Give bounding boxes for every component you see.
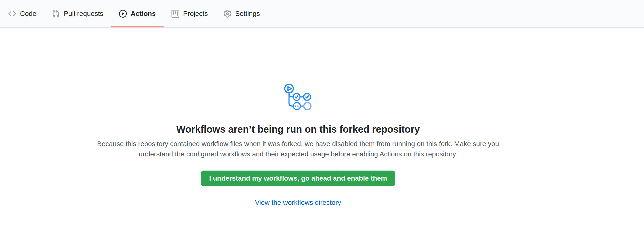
git-pull-request-icon bbox=[52, 10, 60, 18]
actions-blankslate: Workflows aren’t being run on this forke… bbox=[0, 28, 596, 208]
tab-actions[interactable]: Actions bbox=[111, 0, 164, 28]
code-icon bbox=[8, 10, 16, 18]
blankslate-description: Because this repository contained workfl… bbox=[90, 139, 506, 159]
project-icon bbox=[172, 10, 179, 18]
tab-code-label: Code bbox=[20, 10, 36, 17]
workflow-graph-icon bbox=[284, 83, 312, 111]
blankslate-heading: Workflows aren’t being run on this forke… bbox=[176, 123, 420, 135]
play-icon bbox=[119, 10, 127, 18]
tab-pull-requests[interactable]: Pull requests bbox=[44, 0, 111, 28]
tab-code[interactable]: Code bbox=[0, 0, 44, 28]
tab-projects[interactable]: Projects bbox=[164, 0, 216, 28]
tab-actions-label: Actions bbox=[131, 10, 156, 17]
tab-projects-label: Projects bbox=[183, 10, 208, 17]
enable-workflows-button[interactable]: I understand my workflows, go ahead and … bbox=[201, 170, 395, 186]
view-workflows-directory-link[interactable]: View the workflows directory bbox=[255, 197, 341, 208]
tab-pull-requests-label: Pull requests bbox=[64, 10, 103, 17]
tab-settings[interactable]: Settings bbox=[216, 0, 268, 28]
tab-settings-label: Settings bbox=[235, 10, 260, 17]
repo-nav: Code Pull requests Actions Projects Sett… bbox=[0, 0, 644, 28]
gear-icon bbox=[224, 10, 231, 18]
